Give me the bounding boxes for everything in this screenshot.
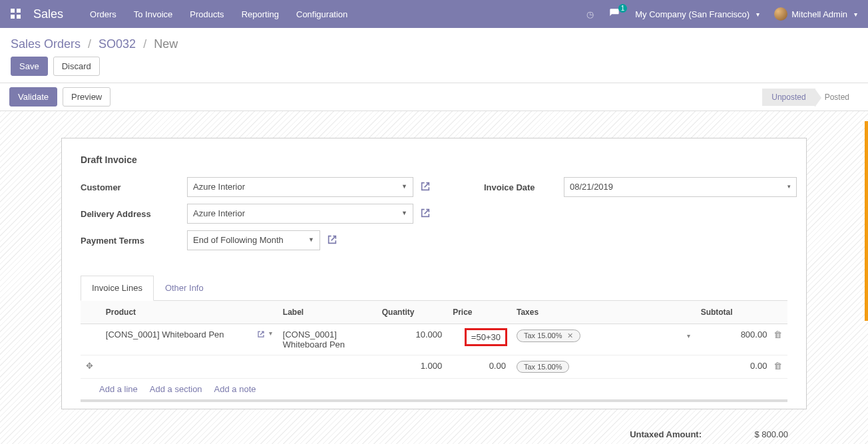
tab-other-info[interactable]: Other Info (154, 276, 215, 300)
breadcrumb-so[interactable]: SO032 (99, 37, 136, 51)
external-link-icon[interactable] (327, 234, 337, 247)
external-link-icon[interactable] (420, 208, 431, 220)
price-cell[interactable]: 0.00 (447, 355, 511, 379)
th-label: Label (278, 301, 377, 324)
label-cell[interactable]: [CONS_0001] Whiteboard Pen (278, 324, 377, 355)
delivery-value: Azure Interior (193, 208, 245, 218)
breadcrumb: Sales Orders / SO032 / New (0, 28, 868, 57)
nav-configuration[interactable]: Configuration (296, 9, 347, 19)
sheet-title: Draft Invoice (81, 154, 787, 165)
table-row: ✥1.0000.00Tax 15.00%0.00 🗑 (81, 355, 787, 379)
chevron-down-icon: ▾ (756, 11, 760, 18)
drag-handle-icon[interactable]: ✥ (86, 361, 93, 371)
table-row: [CONS_0001] Whiteboard Pen ▾ [CONS_0001]… (81, 324, 787, 355)
tax-chip[interactable]: Tax 15.00% (517, 361, 569, 373)
delivery-field[interactable]: Azure Interior ▼ (187, 204, 413, 224)
external-link-icon[interactable] (420, 181, 431, 194)
status-pills: Unposted Posted (762, 89, 859, 106)
chevron-down-icon: ▼ (401, 183, 407, 190)
add-section-link[interactable]: Add a section (150, 384, 202, 394)
subtotal-cell: 0.00 🗑 (696, 355, 787, 379)
chevron-down-icon: ▼ (401, 210, 407, 216)
invoice-lines-table: Product Label Quantity Price Taxes Subto… (81, 301, 787, 403)
add-note-link[interactable]: Add a note (214, 384, 256, 394)
terms-value: End of Following Month (193, 235, 284, 245)
invoice-date-field[interactable]: 08/21/2019 ▾ (564, 177, 797, 197)
chevron-down-icon: ▾ (787, 183, 791, 190)
add-line-link[interactable]: Add a line (99, 384, 138, 394)
company-name: My Company (San Francisco) (635, 9, 750, 19)
nav-reporting[interactable]: Reporting (242, 9, 279, 19)
status-strip: Validate Preview Unposted Posted (0, 83, 868, 111)
save-button[interactable]: Save (11, 57, 48, 76)
control-bar: Save Discard (0, 57, 868, 83)
taxes-cell[interactable]: Tax 15.00% (511, 355, 696, 379)
status-posted[interactable]: Posted (815, 89, 859, 106)
apps-icon[interactable] (11, 9, 21, 19)
tax-chip[interactable]: Tax 15.00% ✕ (517, 330, 580, 342)
customer-field[interactable]: Azure Interior ▼ (187, 177, 413, 197)
quantity-cell[interactable]: 10.000 (377, 324, 447, 355)
form-sheet: Draft Invoice Customer Azure Interior ▼ (61, 138, 807, 409)
status-unposted[interactable]: Unposted (762, 89, 815, 106)
company-selector[interactable]: My Company (San Francisco) ▾ (635, 9, 760, 19)
label-delivery: Delivery Address (81, 209, 187, 219)
terms-field[interactable]: End of Following Month ▼ (187, 230, 320, 250)
validate-button[interactable]: Validate (9, 87, 57, 107)
label-invoice-date: Invoice Date (484, 182, 564, 192)
app-brand[interactable]: Sales (33, 7, 63, 21)
chat-icon[interactable]: 1 (608, 8, 620, 21)
delete-row-icon[interactable]: 🗑 (773, 330, 782, 339)
th-taxes: Taxes (511, 301, 696, 324)
breadcrumb-current: New (154, 37, 178, 51)
discard-button[interactable]: Discard (53, 57, 100, 76)
tabs: Invoice Lines Other Info (81, 276, 787, 301)
breadcrumb-root[interactable]: Sales Orders (11, 37, 81, 51)
label-terms: Payment Terms (81, 236, 187, 246)
nav-products[interactable]: Products (190, 9, 224, 19)
totals: Untaxed Amount: $ 800.00 Tax: $ 120.00 (61, 429, 807, 444)
th-subtotal: Subtotal (696, 301, 787, 324)
user-name: Mitchell Admin (791, 9, 847, 19)
external-link-icon[interactable] (257, 330, 265, 340)
avatar (774, 7, 787, 21)
price-cell[interactable]: =50+30 (447, 324, 511, 355)
nav-orders[interactable]: Orders (90, 9, 116, 19)
chevron-down-icon: ▾ (854, 11, 857, 18)
tab-invoice-lines[interactable]: Invoice Lines (81, 276, 154, 301)
th-quantity: Quantity (377, 301, 447, 324)
product-cell[interactable]: [CONS_0001] Whiteboard Pen (106, 330, 224, 339)
remove-tax-icon[interactable]: ✕ (567, 332, 573, 339)
taxes-cell[interactable]: Tax 15.00% ✕▾ (511, 324, 696, 355)
untaxed-value: $ 800.00 (728, 429, 788, 439)
scroll-indicator[interactable] (865, 121, 868, 321)
delete-row-icon[interactable]: 🗑 (773, 361, 782, 371)
untaxed-label: Untaxed Amount: (595, 429, 702, 439)
chevron-down-icon: ▼ (308, 236, 314, 243)
label-cell[interactable] (278, 355, 377, 379)
th-price: Price (447, 301, 511, 324)
th-product: Product (101, 301, 278, 324)
label-customer: Customer (81, 182, 187, 192)
top-navbar: Sales Orders To Invoice Products Reporti… (0, 0, 868, 28)
customer-value: Azure Interior (193, 182, 245, 192)
preview-button[interactable]: Preview (63, 87, 110, 107)
chat-badge-count: 1 (618, 4, 628, 13)
clock-icon[interactable]: ◷ (586, 9, 594, 19)
nav-menu: Orders To Invoice Products Reporting Con… (90, 9, 586, 19)
user-menu[interactable]: Mitchell Admin ▾ (774, 7, 857, 21)
nav-to-invoice[interactable]: To Invoice (134, 9, 173, 19)
quantity-cell[interactable]: 1.000 (377, 355, 447, 379)
subtotal-cell: 800.00 🗑 (696, 324, 787, 355)
invoice-date-value: 08/21/2019 (570, 182, 613, 192)
